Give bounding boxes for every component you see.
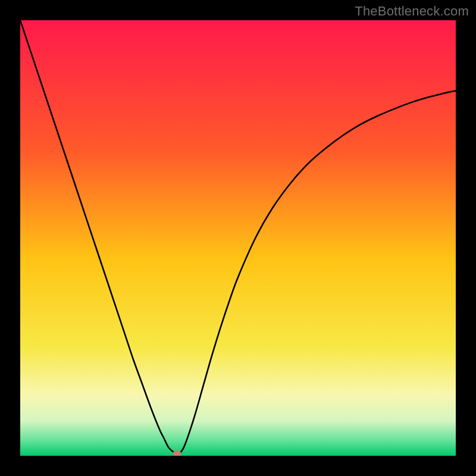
bottleneck-chart — [20, 20, 456, 456]
gradient-background — [20, 20, 456, 456]
watermark-text: TheBottleneck.com — [355, 4, 469, 19]
chart-frame — [20, 20, 456, 456]
